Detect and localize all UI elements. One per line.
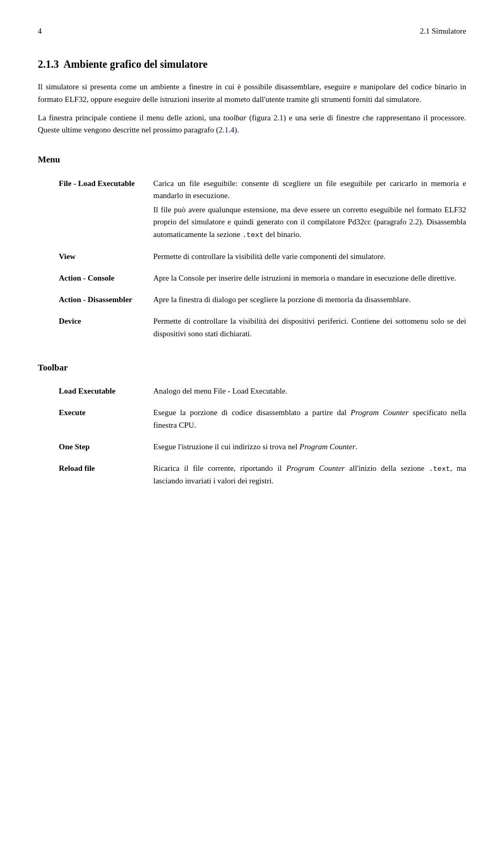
intro-para-1: Il simulatore si presenta come un ambien… — [38, 81, 466, 106]
list-item: Load Executable Analogo del menu File - … — [38, 385, 466, 399]
toolbar-section: Toolbar Load Executable Analogo del menu… — [38, 361, 466, 490]
list-item: One Step Esegue l'istruzione il cui indi… — [38, 441, 466, 455]
ref-para-22[interactable]: 2.2 — [410, 218, 419, 226]
menu-heading: Menu — [38, 153, 466, 167]
list-item: Device Permette di controllare la visibi… — [38, 315, 466, 342]
term-file-load: File - Load Executable — [38, 178, 153, 190]
list-item: Action - Disassembler Apre la finestra d… — [38, 294, 466, 308]
list-item: Execute Esegue la porzione di codice dis… — [38, 407, 466, 434]
term-action-console: Action - Console — [38, 272, 153, 284]
ref-para-214[interactable]: 2.1.4 — [218, 126, 234, 134]
term-device: Device — [38, 315, 153, 327]
page-chapter: 2.1 Simulatore — [420, 25, 466, 37]
def-toolbar-load: Analogo del menu File - Load Executable. — [153, 385, 466, 399]
menu-section: Menu File - Load Executable Carica un fi… — [38, 153, 466, 342]
list-item: File - Load Executable Carica un file es… — [38, 178, 466, 243]
page-number: 4 — [38, 25, 42, 37]
list-item: Action - Console Apre la Console per ins… — [38, 272, 466, 286]
def-view: Permette di controllare la visibilità de… — [153, 251, 466, 265]
def-action-disassembler: Apre la finestra di dialogo per sceglier… — [153, 294, 466, 308]
page: 4 2.1 Simulatore 2.1.3 Ambiente grafico … — [0, 0, 504, 528]
term-toolbar-onestep: One Step — [38, 441, 153, 453]
page-header: 4 2.1 Simulatore — [38, 25, 466, 37]
term-toolbar-reload: Reload file — [38, 462, 153, 475]
def-toolbar-onestep: Esegue l'istruzione il cui indirizzo si … — [153, 441, 466, 455]
ref-figure-21[interactable]: 2.1 — [274, 114, 284, 122]
def-file-load: Carica un file eseguibile: consente di s… — [153, 178, 466, 243]
def-toolbar-reload: Ricarica il file corrente, riportando il… — [153, 462, 466, 489]
def-action-console: Apre la Console per inserire delle istru… — [153, 272, 466, 286]
intro-para-2: La finestra principale contiene il menu … — [38, 112, 466, 137]
list-item: View Permette di controllare la visibili… — [38, 251, 466, 265]
term-toolbar-load: Load Executable — [38, 385, 153, 397]
toolbar-heading: Toolbar — [38, 361, 466, 375]
term-view: View — [38, 251, 153, 263]
term-toolbar-execute: Execute — [38, 407, 153, 419]
term-action-disassembler: Action - Disassembler — [38, 294, 153, 306]
def-toolbar-execute: Esegue la porzione di codice disassembla… — [153, 407, 466, 434]
section-title: 2.1.3 Ambiente grafico del simulatore — [38, 56, 466, 73]
def-device: Permette di controllare la visibilità de… — [153, 315, 466, 342]
list-item: Reload file Ricarica il file corrente, r… — [38, 462, 466, 489]
